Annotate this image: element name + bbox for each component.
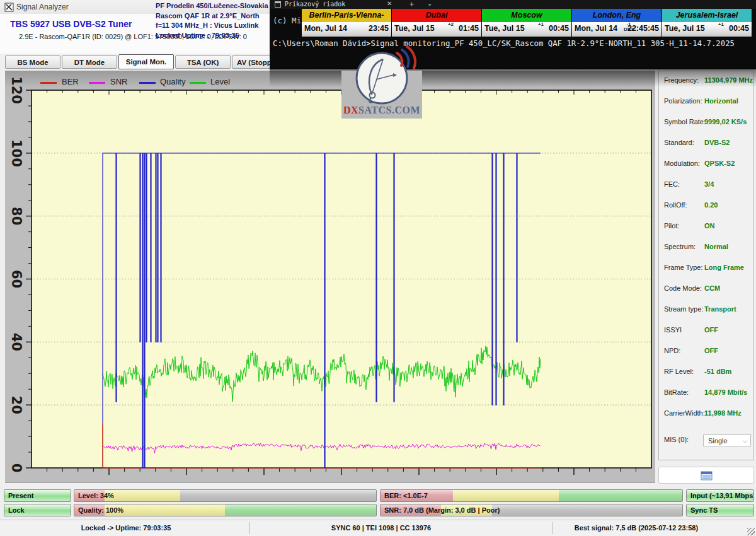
param-label-6: RollOff: — [664, 201, 687, 209]
clock-body: Tue, Jul 15+100:45 — [662, 22, 752, 37]
param-value-11: Transport — [704, 305, 736, 313]
meter-shine — [74, 490, 376, 501]
terminal-tab-title: Príkazový riadok — [285, 1, 345, 8]
legend-dash-snr — [89, 82, 105, 84]
statusbar-sync-counters: SYNC 60 | TEI 1098 | CC 13976 — [277, 524, 485, 532]
param-value-9: Long Frame — [704, 264, 744, 271]
legend-dash-level — [190, 82, 206, 84]
statusbar-best-signal: Best signal: 7,5 dB (2025-07-12 23:58) — [561, 524, 712, 532]
clock-date: Mon, Jul 14 — [304, 24, 347, 33]
clock-date: Tue, Jul 15 — [484, 24, 525, 33]
param-value-3: DVB-S2 — [704, 139, 730, 146]
param-label-16: CarrierWidth: — [664, 409, 705, 417]
param-label-5: FEC: — [664, 180, 680, 188]
svg-text:120: 120 — [9, 76, 24, 104]
param-value-10: CCM — [704, 284, 720, 292]
param-label-10: Code Mode: — [664, 284, 702, 292]
meter-label: Level: 34% — [78, 490, 114, 502]
tab-signal-mon-[interactable]: Signal Mon. — [118, 54, 174, 69]
transponder-parameters-panel: MIS (0): Single ⌵ Frequency:11304,979 MH… — [658, 71, 754, 460]
clock-city: Jerusalem-Israel — [662, 9, 752, 22]
param-value-0: 11304,979 MHz — [704, 76, 753, 84]
chevron-down-icon: ⌵ — [742, 435, 747, 446]
terminal-copyright-fragment: (c) Mi — [273, 16, 301, 25]
legend-label-level: Level — [210, 77, 230, 86]
param-value-8: Normal — [704, 243, 728, 250]
terminal-prompt-line: C:\Users\Roman Dávid>Signal monitoring_P… — [273, 39, 735, 48]
svg-text:40: 40 — [9, 333, 24, 351]
clock-utc-offset: +1 — [538, 22, 544, 27]
clock-date: Mon, Jul 14 — [575, 24, 617, 33]
clock-berlin-paris-vienna-roma: Berlin-Paris-Vienna-RomaMon, Jul 1423:45 — [302, 9, 392, 37]
param-label-7: Pilot: — [664, 222, 679, 230]
clock-city: Dubai — [392, 9, 481, 22]
param-label-3: Standard: — [664, 139, 694, 146]
resize-grip[interactable] — [747, 528, 755, 535]
param-label-0: Frequency: — [664, 76, 699, 84]
terminal-tab-icon — [275, 1, 281, 8]
ts-list-icon — [701, 471, 713, 481]
tab-dt-mode[interactable]: DT Mode — [62, 55, 117, 69]
clock-utc-offset: +1 — [718, 22, 724, 27]
bottom-statusbar: Locked -> Uptime: 79:03:35 SYNC 60 | TEI… — [0, 520, 756, 536]
param-label-4: Modulation: — [664, 160, 700, 167]
badge-lock: Lock — [4, 504, 71, 516]
svg-text:100: 100 — [9, 139, 24, 167]
clock-dubai: DubaiTue, Jul 15+201:45 — [392, 9, 482, 37]
legend-dash-quality — [139, 82, 156, 84]
clock-body: Mon, Jul 1423:45 — [302, 22, 391, 37]
terminal-tab-bar: Príkazový riadok ✕ + ⌄ — [270, 0, 756, 9]
signal-history-plot: 020406080100120 — [5, 71, 655, 482]
statusbar-divider — [552, 522, 553, 534]
param-label-9: Frame Type: — [664, 264, 703, 271]
new-tab-icon[interactable]: + — [410, 0, 414, 9]
param-value-4: QPSK-S2 — [704, 160, 735, 167]
clock-body: Tue, Jul 15+100:45 — [482, 22, 571, 37]
svg-text:60: 60 — [9, 270, 24, 288]
antenna-info-block: PF Prodelin 450/Lučenec-Slovakia Rascom … — [156, 1, 270, 40]
param-value-2: 9999,02 KS/s — [704, 118, 747, 125]
param-value-15: 14,879 Mbit/s — [704, 388, 747, 396]
clock-time: 22:45:45 — [627, 24, 659, 33]
meter-ber: BER: <1.0E-7 — [380, 489, 683, 502]
param-value-7: ON — [704, 222, 715, 230]
tab-tsa-ok-[interactable]: TSA (OK) — [175, 55, 231, 69]
legend-dash-ber — [40, 82, 57, 84]
app-icon — [4, 3, 14, 12]
param-label-12: ISSYI — [664, 326, 682, 334]
signal-chart-panel: 020406080100120 BERSNRQualityLevel — [5, 71, 655, 483]
mis-selected-value: Single — [708, 437, 728, 445]
param-label-1: Polarization: — [664, 97, 702, 105]
meter-label: BER: <1.0E-7 — [384, 490, 428, 502]
meter-snr: SNR: 7,0 dB (Margin: 3,0 dB | Poor) — [380, 504, 683, 516]
clock-date: Tue, Jul 15 — [394, 24, 435, 33]
clock-time: 00:45 — [729, 24, 749, 33]
info-line-3: f=11 304 MHz_H : Vicus Luxlink — [156, 21, 270, 31]
tab-av-stopped-[interactable]: AV (Stopped) — [232, 55, 270, 69]
clock-date: Tue, Jul 15 — [665, 24, 705, 33]
statusbar-divider — [249, 522, 250, 534]
tab-bs-mode[interactable]: BS Mode — [5, 55, 60, 69]
param-label-8: Spectrum: — [664, 243, 696, 250]
badge-sync: Sync TS — [686, 504, 754, 516]
param-value-14: -51 dBm — [704, 368, 731, 375]
tuner-title: TBS 5927 USB DVB-S2 Tuner — [10, 19, 132, 29]
clock-moscow: MoscowTue, Jul 15+100:45 — [482, 9, 572, 37]
mis-dropdown[interactable]: Single ⌵ — [703, 434, 751, 446]
chevron-down-icon[interactable]: ⌄ — [427, 0, 432, 7]
param-label-13: NPD: — [664, 347, 680, 354]
clock-time: 00:45 — [549, 24, 569, 33]
svg-text:20: 20 — [9, 396, 24, 414]
svg-text:0: 0 — [9, 463, 24, 473]
ts-tool-button[interactable] — [658, 467, 754, 484]
clock-time: 23:45 — [369, 24, 389, 33]
param-value-6: 0.20 — [704, 201, 718, 209]
param-value-16: 11,998 MHz — [704, 409, 742, 417]
window-title: Signal Analyzer — [16, 3, 69, 11]
mode-tab-bar: BS ModeDT ModeSignal Mon.TSA (OK)AV (Sto… — [0, 54, 270, 71]
close-icon[interactable]: ✕ — [387, 0, 392, 7]
param-label-15: BitRate: — [664, 388, 689, 396]
clock-utc-offset: +2 — [448, 22, 454, 27]
param-label-11: Stream type: — [664, 305, 703, 313]
clock-jerusalem-israel: Jerusalem-IsraelTue, Jul 15+100:45 — [662, 9, 752, 37]
